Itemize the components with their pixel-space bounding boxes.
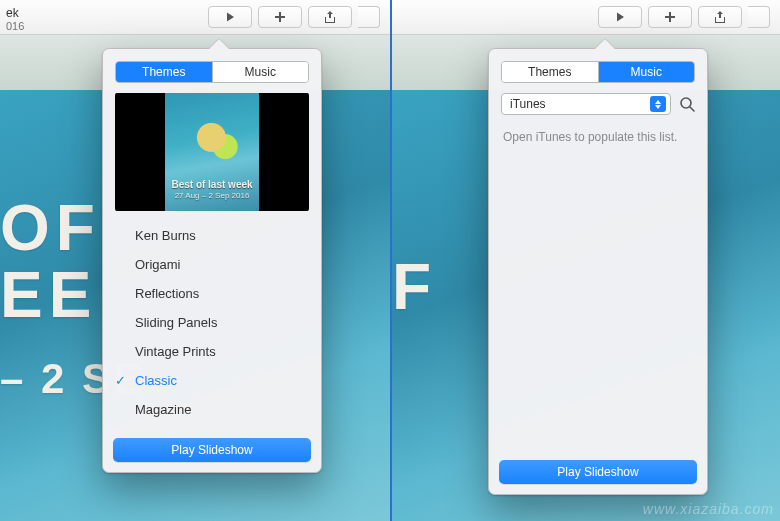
- music-empty-hint: Open iTunes to populate this list.: [503, 129, 693, 146]
- theme-item-magazine[interactable]: ✓Magazine: [105, 395, 319, 424]
- themes-music-segmented-control[interactable]: Themes Music: [501, 61, 695, 83]
- music-source-select[interactable]: iTunes: [501, 93, 671, 115]
- left-pane: OF EE – 2 SE ek 016 The: [0, 0, 390, 521]
- theme-item-classic[interactable]: ✓Classic: [105, 366, 319, 395]
- theme-preview: Best of last week 27 Aug – 2 Sep 2016: [115, 93, 309, 211]
- add-toolbar-button[interactable]: [648, 6, 692, 28]
- slideshow-settings-popover: Themes Music Best of last week 27 Aug – …: [102, 48, 322, 473]
- plus-icon: [664, 11, 676, 23]
- toolbar-button-fragment: [358, 6, 380, 28]
- preview-caption: Best of last week 27 Aug – 2 Sep 2016: [115, 179, 309, 202]
- play-icon: [614, 11, 626, 23]
- share-icon: [714, 11, 726, 23]
- background-title-text: F: [392, 254, 437, 321]
- preview-subtitle: 27 Aug – 2 Sep 2016: [115, 191, 309, 201]
- search-icon[interactable]: [679, 96, 695, 112]
- tab-music[interactable]: Music: [212, 62, 309, 82]
- right-pane: F Themes Music iTunes: [390, 0, 780, 521]
- tab-themes[interactable]: Themes: [502, 62, 598, 82]
- checkmark-icon: ✓: [115, 373, 126, 388]
- play-slideshow-button[interactable]: Play Slideshow: [499, 460, 697, 484]
- slideshow-settings-popover: Themes Music iTunes Open iTunes to popul…: [488, 48, 708, 495]
- play-slideshow-button[interactable]: Play Slideshow: [113, 438, 311, 462]
- theme-item-sliding-panels[interactable]: ✓Sliding Panels: [105, 308, 319, 337]
- theme-item-reflections[interactable]: ✓Reflections: [105, 279, 319, 308]
- svg-line-1: [690, 107, 694, 111]
- music-source-value: iTunes: [510, 97, 650, 111]
- theme-item-vintage-prints[interactable]: ✓Vintage Prints: [105, 337, 319, 366]
- select-stepper-icon: [650, 96, 666, 112]
- play-slideshow-toolbar-button[interactable]: [598, 6, 642, 28]
- watermark-text: www.xiazaiba.com: [643, 501, 774, 517]
- preview-photo-subject: [193, 119, 239, 165]
- bg-title-line: F: [392, 254, 437, 321]
- toolbar-button-fragment: [748, 6, 770, 28]
- theme-item-ken-burns[interactable]: ✓Ken Burns: [105, 221, 319, 250]
- window-toolbar: [392, 0, 780, 35]
- share-icon: [324, 11, 336, 23]
- play-icon: [224, 11, 236, 23]
- theme-item-origami[interactable]: ✓Origami: [105, 250, 319, 279]
- tab-themes[interactable]: Themes: [116, 62, 212, 82]
- plus-icon: [274, 11, 286, 23]
- preview-title: Best of last week: [115, 179, 309, 192]
- share-toolbar-button[interactable]: [308, 6, 352, 28]
- toolbar-title-fragment: ek 016: [0, 0, 80, 34]
- add-toolbar-button[interactable]: [258, 6, 302, 28]
- window-toolbar: ek 016: [0, 0, 390, 35]
- music-list-empty: [489, 146, 707, 446]
- tab-music[interactable]: Music: [598, 62, 695, 82]
- theme-list: ✓Ken Burns ✓Origami ✓Reflections ✓Slidin…: [105, 221, 319, 424]
- share-toolbar-button[interactable]: [698, 6, 742, 28]
- themes-music-segmented-control[interactable]: Themes Music: [115, 61, 309, 83]
- play-slideshow-toolbar-button[interactable]: [208, 6, 252, 28]
